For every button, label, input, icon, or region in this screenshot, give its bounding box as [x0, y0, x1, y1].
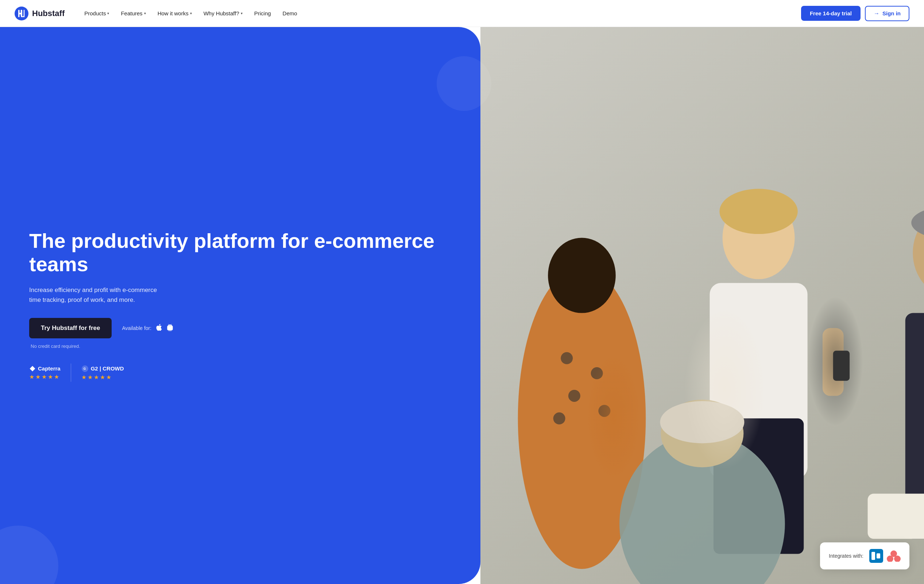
svg-rect-3: [21, 10, 23, 17]
g2-stars: ★ ★ ★ ★ ★: [81, 374, 124, 381]
logo-link[interactable]: Hubstaff: [15, 7, 64, 20]
apple-icon: [155, 323, 163, 333]
svg-rect-16: [713, 418, 804, 554]
g2-icon: G: [81, 365, 89, 372]
svg-rect-7: [480, 27, 924, 584]
capterra-stars: ★ ★ ★ ★ ★: [29, 373, 61, 381]
svg-point-13: [553, 412, 566, 425]
svg-point-9: [561, 352, 573, 364]
android-icon: [166, 323, 174, 333]
nav-item-demo[interactable]: Demo: [277, 7, 302, 19]
g2-rating: G G2 | CROWD ★ ★ ★ ★ ★: [81, 365, 124, 381]
logo-text: Hubstaff: [32, 9, 64, 18]
nav-item-products[interactable]: Products ▾: [79, 7, 114, 19]
asana-icon: [887, 549, 901, 563]
chevron-down-icon: ▾: [107, 11, 109, 15]
chevron-down-icon: ▾: [190, 11, 192, 15]
svg-rect-20: [833, 351, 850, 381]
hubstaff-logo-icon: [15, 7, 28, 20]
svg-rect-15: [710, 283, 808, 478]
integrates-label: Integrates with:: [829, 553, 863, 559]
svg-text:G: G: [84, 367, 86, 371]
capterra-rating: Capterra ★ ★ ★ ★ ★: [29, 366, 61, 381]
svg-point-12: [598, 405, 610, 417]
hero-right-panel: Integrates with:: [480, 27, 924, 584]
hero-cta-row: Try Hubstaff for free Available for:: [29, 318, 459, 338]
decorative-blob-2: [437, 56, 492, 111]
navbar: Hubstaff Products ▾ Features ▾ How it wo…: [0, 0, 924, 27]
integrates-card: Integrates with:: [820, 543, 909, 569]
svg-point-14: [548, 238, 616, 313]
chevron-down-icon: ▾: [241, 11, 243, 15]
nav-item-pricing[interactable]: Pricing: [249, 7, 276, 19]
available-platforms: Available for:: [122, 323, 174, 333]
no-credit-card-text: No credit card required.: [31, 344, 459, 349]
svg-rect-30: [868, 494, 924, 539]
svg-point-18: [720, 189, 798, 234]
signin-icon: →: [874, 10, 879, 17]
capterra-icon: [29, 366, 36, 372]
capterra-label: Capterra: [38, 366, 61, 372]
svg-point-11: [568, 390, 580, 402]
hero-team-photo: [480, 27, 924, 584]
svg-rect-19: [823, 328, 844, 396]
sign-in-button[interactable]: → Sign in: [865, 6, 909, 21]
nav-item-how-it-works[interactable]: How it works ▾: [152, 7, 197, 19]
g2-crowd-label: G2 | CROWD: [91, 366, 124, 372]
hero-photo: [480, 27, 924, 584]
nav-item-why-hubstaff[interactable]: Why Hubstaff? ▾: [198, 7, 248, 19]
svg-point-23: [660, 401, 744, 443]
svg-point-25: [913, 209, 924, 296]
available-label: Available for:: [122, 325, 152, 331]
platform-icons: [155, 323, 174, 333]
svg-point-8: [518, 268, 646, 569]
integrates-logos: [869, 549, 901, 563]
free-trial-button[interactable]: Free 14-day trial: [801, 6, 861, 21]
hero-subtitle: Increase efficiency and profit with e-co…: [29, 285, 168, 305]
svg-point-17: [723, 196, 795, 279]
hero-title: The productivity platform for e-commerce…: [29, 229, 459, 276]
hero-section: The productivity platform for e-commerce…: [0, 27, 924, 584]
trello-icon: [869, 549, 883, 563]
chevron-down-icon: ▾: [144, 11, 146, 15]
svg-point-10: [591, 367, 603, 379]
ratings-divider: [71, 364, 71, 382]
ratings-row: Capterra ★ ★ ★ ★ ★ G G2: [29, 364, 459, 382]
svg-rect-6: [480, 27, 924, 584]
svg-point-22: [661, 400, 744, 468]
hero-cta-button[interactable]: Try Hubstaff for free: [29, 318, 112, 338]
hero-left-panel: The productivity platform for e-commerce…: [0, 27, 480, 584]
svg-point-26: [911, 206, 924, 240]
svg-point-21: [619, 433, 785, 584]
nav-links: Products ▾ Features ▾ How it works ▾ Why…: [79, 7, 801, 19]
nav-item-features[interactable]: Features ▾: [116, 7, 151, 19]
nav-actions: Free 14-day trial → Sign in: [801, 6, 909, 21]
svg-rect-24: [906, 313, 924, 539]
decorative-blob-1: [0, 526, 58, 584]
